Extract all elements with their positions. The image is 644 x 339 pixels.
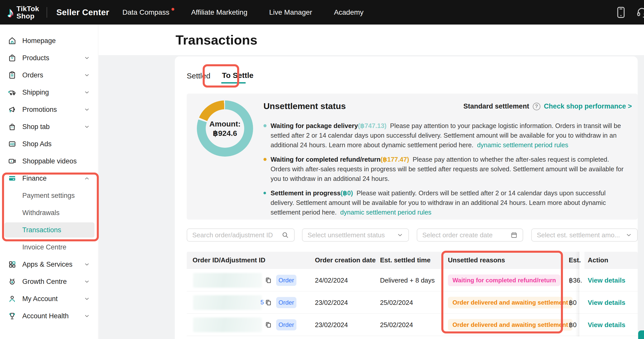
shipping-truck-icon <box>7 87 17 97</box>
sidebar-item-shipping[interactable]: Shipping <box>0 84 98 101</box>
check-shop-performance-link[interactable]: Check shop performance > <box>544 102 632 110</box>
sidebar-item-shop-tab[interactable]: Shop tab <box>0 118 98 135</box>
creation-date-cell: 23/02/2024 <box>315 321 348 329</box>
sidebar-item-finance[interactable]: Finance <box>0 170 98 187</box>
order-id-fragment: 5 <box>260 299 264 306</box>
dynamic-settlement-rules-link[interactable]: dynamic settlement period rules <box>340 209 431 216</box>
sidebar-item-apps-services[interactable]: Apps & Services <box>0 256 98 273</box>
bullet-amount: (฿0) <box>340 189 353 197</box>
chevron-down-icon <box>397 232 403 238</box>
nav-item-live-manager[interactable]: Live Manager <box>269 8 312 16</box>
donut-amount-value: ฿924.6 <box>213 129 237 138</box>
chevron-down-icon <box>84 296 90 302</box>
sidebar-item-label: Shoppable videos <box>22 157 77 165</box>
order-create-date-picker[interactable]: Select order create date <box>417 228 523 242</box>
growth-medal-icon <box>7 277 17 287</box>
sidebar-item-account-health[interactable]: Account Health <box>0 307 98 325</box>
bullet-settlement-in-progress: Settlement in progress(฿0)Please wait pa… <box>263 188 630 217</box>
sidebar-item-my-account[interactable]: My Account <box>0 290 98 307</box>
date-placeholder: Select order create date <box>422 231 508 239</box>
sidebar-item-homepage[interactable]: Homepage <box>0 32 98 49</box>
view-details-link[interactable]: View details <box>588 277 625 284</box>
chevron-down-icon <box>84 107 90 113</box>
nav-item-academy[interactable]: Academy <box>334 8 364 16</box>
est-settled-time-cell: 25/02/2024 <box>380 321 413 329</box>
unsettlement-status-select[interactable]: Select unsettlement status <box>302 228 409 242</box>
sidebar-item-label: Shipping <box>22 89 49 96</box>
sidebar-item-growth-centre[interactable]: Growth Centre <box>0 273 98 290</box>
amount-placeholder: Select est. settlement amo... <box>537 231 623 239</box>
unsettled-reason-badge: Order delivered and awaiting settlement <box>448 319 573 331</box>
floating-widget-corner[interactable] <box>638 330 644 339</box>
col-unsettled-reasons: Unsettled reasons <box>448 256 505 264</box>
finance-card-icon <box>7 173 17 183</box>
settlement-type-label: Standard settlement <box>463 102 529 110</box>
sidebar-item-label: Invoice Centre <box>22 243 66 251</box>
unsettlement-donut-chart: Amount: ฿924.6 <box>197 100 253 157</box>
page-title: Transactions <box>176 32 257 48</box>
calendar-icon <box>510 231 518 239</box>
copy-icon[interactable] <box>264 299 272 306</box>
sidebar-item-label: Promotions <box>22 106 57 114</box>
status-placeholder: Select unsettlement status <box>308 231 394 239</box>
row-divider <box>187 313 638 314</box>
support-headset-icon[interactable] <box>636 6 644 19</box>
bullet-title: Waiting for completed refund/return <box>271 156 381 163</box>
nav-item-data-compass[interactable]: Data Compass <box>122 8 169 16</box>
sidebar-item-invoice-centre[interactable]: Invoice Centre <box>0 239 98 256</box>
bullet-waiting-package-delivery: Waiting for package delivery(฿747.13)Ple… <box>263 121 630 150</box>
est-amount-cell: ฿0 <box>569 321 582 329</box>
nav-item-affiliate-marketing[interactable]: Affiliate Marketing <box>191 8 247 16</box>
person-icon <box>7 294 17 304</box>
trophy-icon <box>7 311 17 321</box>
sidebar-item-shoppable-videos[interactable]: Shoppable videos <box>0 153 98 170</box>
unsettled-reason-badge: Waiting for completed refund/return <box>448 274 560 286</box>
tab-settled[interactable]: Settled <box>187 72 210 80</box>
help-question-icon[interactable]: ? <box>533 103 540 110</box>
sidebar-item-label: Finance <box>22 175 47 182</box>
mobile-app-icon[interactable] <box>616 6 626 19</box>
col-order-creation-date: Order creation date <box>315 256 376 264</box>
chevron-down-icon <box>84 89 90 95</box>
row-divider <box>187 336 638 336</box>
view-details-link[interactable]: View details <box>588 299 625 307</box>
sidebar-item-orders[interactable]: Orders <box>0 67 98 84</box>
est-amount-cell: ฿36.1 <box>569 277 582 284</box>
creation-date-cell: 24/02/2024 <box>315 277 348 284</box>
view-details-link[interactable]: View details <box>588 321 625 329</box>
tiktok-shop-logo[interactable]: TikTok Shop <box>16 5 39 20</box>
nav-divider <box>47 7 47 18</box>
sidebar-item-withdrawals[interactable]: Withdrawals <box>0 204 98 221</box>
logo-line2: Shop <box>16 12 39 20</box>
donut-amount-label: Amount: <box>209 120 240 128</box>
search-icon[interactable] <box>281 231 289 239</box>
col-action: Action <box>588 256 608 264</box>
sidebar-item-label: Shop tab <box>22 123 50 131</box>
sidebar-item-label: Payment settings <box>22 192 75 200</box>
sidebar-item-shop-ads[interactable]: AD Shop Ads <box>0 135 98 153</box>
nav-item-label: Academy <box>334 8 364 16</box>
est-amount-cell: ฿0 <box>569 299 582 307</box>
est-settlement-amount-select[interactable]: Select est. settlement amo... <box>531 228 638 242</box>
sidebar-item-products[interactable]: Products <box>0 49 98 67</box>
sidebar-item-payment-settings[interactable]: Payment settings <box>0 187 98 204</box>
order-type-badge: Order <box>276 275 296 286</box>
bullet-waiting-refund-return: Waiting for completed refund/return(฿177… <box>263 155 630 183</box>
order-type-badge: Order <box>276 297 296 308</box>
dynamic-settlement-rules-link[interactable]: dynamic settlement period rules <box>477 141 568 149</box>
copy-icon[interactable] <box>264 277 272 284</box>
chevron-down-icon <box>84 72 90 78</box>
tab-to-settle[interactable]: To Settle <box>222 71 253 80</box>
copy-icon[interactable] <box>264 321 272 329</box>
active-tab-underline <box>221 82 246 83</box>
sidebar-item-promotions[interactable]: Promotions <box>0 101 98 118</box>
chevron-down-icon <box>84 124 90 130</box>
sidebar-item-transactions[interactable]: Transactions <box>0 221 98 239</box>
nav-item-label: Affiliate Marketing <box>191 8 247 16</box>
search-order-input[interactable]: Search order/adjustment ID <box>187 228 295 242</box>
col-order-id: Order ID/Adjustment ID <box>193 256 265 264</box>
col-est-settlement-amount: Est. settlement amount <box>569 256 582 264</box>
product-name: Seller Center <box>56 8 109 17</box>
seller-center-page: ♪ TikTok Shop Seller Center Data Compass… <box>0 0 644 339</box>
chevron-up-icon <box>84 175 90 181</box>
